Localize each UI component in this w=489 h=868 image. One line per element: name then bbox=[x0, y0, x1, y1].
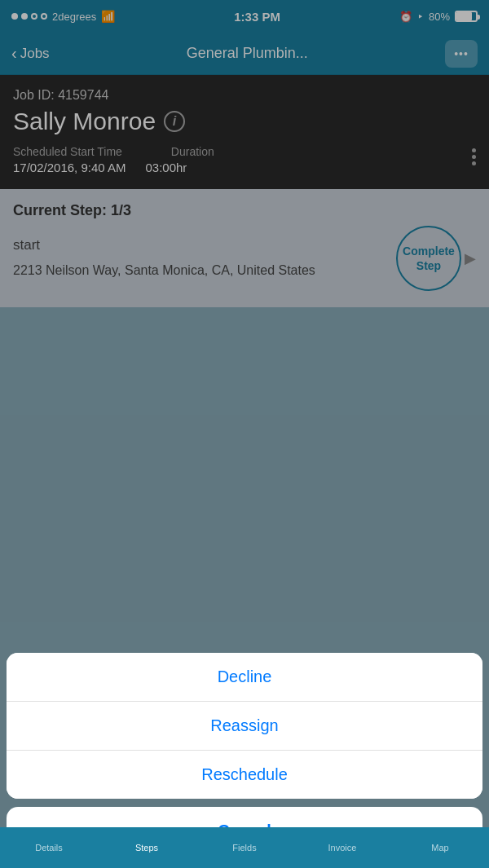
action-sheet-group: Decline Reassign Reschedule bbox=[7, 653, 482, 799]
action-sheet-overlay: Decline Reassign Reschedule Cancel bbox=[0, 0, 489, 868]
decline-button[interactable]: Decline bbox=[7, 653, 482, 702]
tab-bar: DetailsStepsFieldsInvoiceMap bbox=[0, 827, 489, 868]
reschedule-button[interactable]: Reschedule bbox=[7, 751, 482, 799]
tab-invoice[interactable]: Invoice bbox=[293, 843, 391, 853]
tab-fields[interactable]: Fields bbox=[196, 843, 293, 853]
tab-map[interactable]: Map bbox=[391, 843, 489, 853]
tab-details[interactable]: Details bbox=[0, 843, 98, 853]
reassign-button[interactable]: Reassign bbox=[7, 702, 482, 751]
tab-steps[interactable]: Steps bbox=[98, 843, 196, 853]
